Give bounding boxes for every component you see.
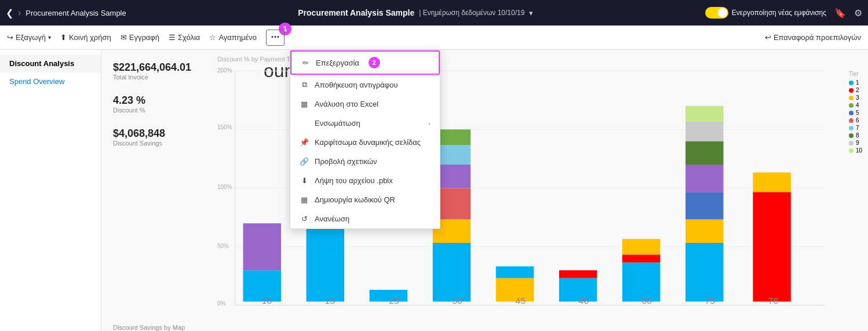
x-label-15: 15 <box>325 296 335 305</box>
sidebar-item-discount-analysis[interactable]: Discount Analysis <box>0 54 101 72</box>
bar-60-2 <box>622 254 660 263</box>
export-action[interactable]: ↪ Εξαγωγή ▾ <box>7 33 51 42</box>
stat-discount-pct: 4.23 % Discount % <box>113 94 191 114</box>
dropdown-item-refresh[interactable]: ↺ Ανανέωση <box>290 209 440 228</box>
dropdown-item-save-copy[interactable]: ⧉ Αποθήκευση αντιγράφου <box>290 75 440 94</box>
bar-60-3 <box>622 239 660 254</box>
bar-45-1 <box>496 267 534 278</box>
chart-legend: Tier 1 2 3 4 <box>849 71 862 155</box>
more-btn-wrapper: ··· 1 <box>266 30 285 46</box>
edit-icon: ✏ <box>301 59 310 67</box>
sidebar-item-spend-overview[interactable]: Spend Overview <box>0 72 101 90</box>
dropdown-item-pin[interactable]: 📌 Καρφίτσωμα δυναμικής σελίδας <box>290 133 440 152</box>
legend-title: Tier <box>849 71 862 77</box>
embed-chevron-icon: › <box>428 120 431 127</box>
more-button[interactable]: ··· <box>266 30 285 46</box>
x-label-10: 10 <box>262 296 272 305</box>
bar-30-1 <box>433 243 471 301</box>
update-info: | Ενημέρωση δεδομένων 10/10/19 <box>419 9 524 17</box>
subscribe-icon: ✉ <box>121 33 127 42</box>
school-action[interactable]: ☰ Σχόλια <box>169 33 200 42</box>
excel-icon: ▦ <box>300 100 309 108</box>
dropdown-item-embed[interactable]: Ενσωμάτωση › <box>290 114 440 133</box>
action-bar: ↪ Εξαγωγή ▾ ⬆ Κοινή χρήση ✉ Εγγραφή ☰ Σχ… <box>0 26 868 50</box>
dropdown-menu: ✏ Επεξεργασία 2 ⧉ Αποθήκευση αντιγράφου … <box>290 50 440 229</box>
pin-icon: 📌 <box>300 138 309 147</box>
top-bar-right: Ενεργοποίηση νέας εμφάνισης 🔖 ⚙ <box>705 7 862 19</box>
bar-75-10 <box>685 106 723 122</box>
main-content: $221,664,064.01 Total Invoice 4.23 % Dis… <box>101 50 868 331</box>
settings-icon[interactable]: ⚙ <box>854 8 862 19</box>
sidebar-item-spend-label: Spend Overview <box>9 77 64 86</box>
dropdown-item-edit[interactable]: ✏ Επεξεργασία 2 <box>290 50 440 75</box>
top-bar: ❮ › Procurement Analysis Sample Procurem… <box>0 0 868 26</box>
school-icon: ☰ <box>169 33 176 42</box>
bar-75-1 <box>685 243 723 301</box>
bar-75-3 <box>685 220 723 243</box>
bookmark-icon[interactable]: 🔖 <box>834 8 846 19</box>
dropdown-embed-label: Ενσωμάτωση <box>315 119 360 128</box>
legend-item-9: 9 <box>849 140 862 146</box>
reset-icon: ↩ <box>765 33 771 42</box>
export-label: Εξαγωγή <box>16 33 46 42</box>
dropdown-excel-label: Ανάλυση στο Excel <box>315 100 378 108</box>
legend-item-8: 8 <box>849 132 862 139</box>
title-chevron[interactable]: ▾ <box>529 9 533 17</box>
bar-75-5 <box>685 192 723 219</box>
stat-discount-savings-value: $4,068,848 <box>113 128 191 140</box>
sidebar: Discount Analysis Spend Overview <box>0 50 101 331</box>
dropdown-item-download[interactable]: ⬇ Λήψη του αρχείου .pbix <box>290 171 440 190</box>
back-button[interactable]: ❮ <box>6 8 13 19</box>
bar-76-3 <box>753 173 790 192</box>
x-label-60: 60 <box>641 296 652 305</box>
dropdown-item-qr[interactable]: ▦ Δημιουργία κωδικού QR <box>290 190 440 209</box>
legend-dot-9 <box>849 141 854 146</box>
favorite-label: Αγαπημένο <box>218 33 257 42</box>
dropdown-pin-label: Καρφίτσωμα δυναμικής σελίδας <box>315 138 421 147</box>
x-label-25: 25 <box>389 296 399 305</box>
stat-discount-savings: $4,068,848 Discount Savings <box>113 128 191 147</box>
export-icon: ↪ <box>7 33 13 42</box>
stat-discount-pct-label: Discount % <box>113 107 191 114</box>
separator: › <box>18 8 21 18</box>
reset-button[interactable]: ↩ Επαναφορά προεπιλογών <box>765 33 861 42</box>
dropdown-edit-label: Επεξεργασία <box>316 59 359 67</box>
dropdown-item-related[interactable]: 🔗 Προβολή σχετικών <box>290 152 440 171</box>
y-label-150: 150% <box>217 124 232 130</box>
y-label-50: 50% <box>217 243 229 249</box>
bar-75-7 <box>685 165 723 192</box>
y-label-0: 0% <box>217 300 225 307</box>
legend-item-5: 5 <box>849 110 862 116</box>
legend-item-6: 6 <box>849 117 862 123</box>
legend-dot-7 <box>849 126 854 130</box>
legend-dot-2 <box>849 88 854 93</box>
bar-10-2 <box>243 223 281 270</box>
share-icon: ⬆ <box>60 33 67 42</box>
legend-item-4: 4 <box>849 102 862 108</box>
subscribe-action[interactable]: ✉ Εγγραφή <box>121 33 159 42</box>
toggle-knob <box>718 8 727 17</box>
legend-item-7: 7 <box>849 125 862 131</box>
x-label-75: 75 <box>705 296 715 305</box>
legend-item-1: 1 <box>849 79 862 86</box>
x-label-45: 45 <box>515 296 526 305</box>
legend-item-2: 2 <box>849 87 862 93</box>
save-copy-icon: ⧉ <box>300 80 309 89</box>
dropdown-qr-label: Δημιουργία κωδικού QR <box>315 195 395 204</box>
bottom-label: Discount Savings by Map <box>113 324 185 331</box>
sidebar-item-discount-label: Discount Analysis <box>9 59 74 68</box>
dropdown-save-copy-label: Αποθήκευση αντιγράφου <box>315 81 398 89</box>
bar-76-2 <box>753 192 790 301</box>
app-title: Procurement Analysis Sample <box>25 9 126 17</box>
reset-label: Επαναφορά προεπιλογών <box>774 33 861 42</box>
y-label-100: 100% <box>217 184 232 190</box>
new-look-toggle[interactable] <box>705 7 728 19</box>
dropdown-item-analyze-excel[interactable]: ▦ Ανάλυση στο Excel <box>290 94 440 114</box>
legend-dot-4 <box>849 103 854 108</box>
toggle-label: Ενεργοποίηση νέας εμφάνισης <box>732 9 826 17</box>
share-action[interactable]: ⬆ Κοινή χρήση <box>60 33 111 42</box>
dropdown-refresh-label: Ανανέωση <box>315 214 349 223</box>
favorite-action[interactable]: ☆ Αγαπημένο <box>209 33 257 42</box>
export-chevron: ▾ <box>48 34 51 41</box>
toggle-container: Ενεργοποίηση νέας εμφάνισης <box>705 7 826 19</box>
